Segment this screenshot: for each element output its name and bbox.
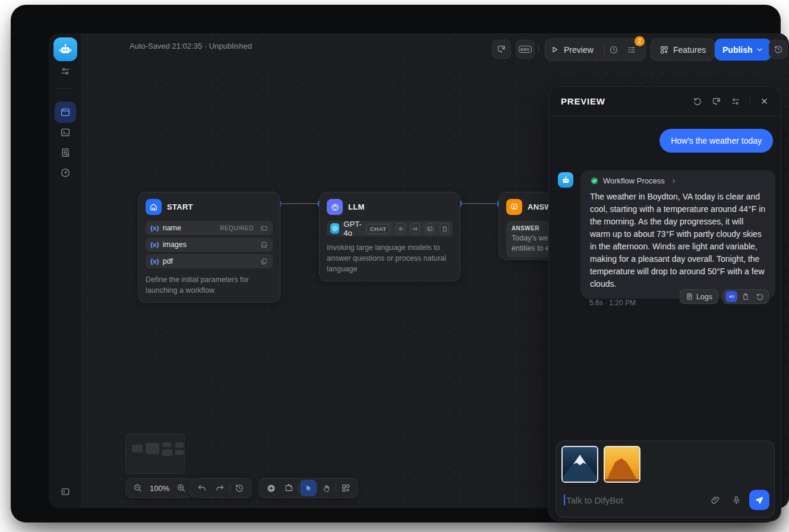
logs-icon — [686, 293, 693, 300]
start-field-name[interactable]: {x} name REQUIRED — [146, 221, 273, 235]
play-icon[interactable] — [550, 45, 559, 54]
preview-run-button[interactable]: Preview — [564, 45, 594, 55]
llm-model-row[interactable]: GPT-4o CHAT — [327, 221, 453, 236]
start-node-title: START — [167, 202, 193, 211]
message-actions: Logs — [680, 289, 769, 304]
preview-button-group: Preview 2 — [545, 39, 646, 61]
voice-input-button[interactable] — [731, 495, 741, 505]
run-history-button[interactable] — [605, 42, 623, 58]
pointer-tool-button[interactable] — [300, 480, 317, 496]
clipboard-icon — [741, 293, 750, 301]
organize-nodes-button[interactable] — [337, 480, 354, 496]
vision-capability-icon — [396, 223, 405, 234]
conversation-edit-icon[interactable] — [712, 97, 721, 106]
document-capability-icon — [440, 223, 449, 234]
nav-orchestrate-icon[interactable] — [60, 107, 71, 118]
checklist-button[interactable]: 2 — [623, 42, 640, 58]
logs-label: Logs — [696, 293, 712, 301]
autosave-status: Auto-Saved 21:02:35 · Unpublished — [130, 42, 252, 50]
restart-conversation-icon[interactable] — [693, 97, 702, 106]
publish-label: Publish — [722, 45, 753, 55]
workflow-settings-icon[interactable] — [61, 66, 71, 77]
speaker-icon — [728, 293, 736, 300]
features-button[interactable]: Features — [651, 39, 715, 61]
start-field-images[interactable]: {x} images — [146, 238, 273, 252]
chevron-down-icon — [756, 46, 763, 53]
start-node-icon — [146, 199, 162, 215]
publish-button[interactable]: Publish — [715, 39, 771, 61]
text-to-speech-button[interactable] — [725, 291, 737, 302]
chat-check-icon — [510, 202, 519, 211]
copy-button[interactable] — [740, 293, 752, 301]
history-toolbar — [190, 478, 252, 498]
send-icon — [755, 495, 764, 505]
uploaded-image-orange-mountain[interactable] — [604, 446, 640, 483]
annotation-button[interactable] — [492, 40, 511, 59]
control-toolbar — [258, 478, 358, 498]
bot-message-text: The weather in Boydton, VA today is clea… — [590, 191, 766, 290]
hand-tool-button[interactable] — [318, 480, 334, 496]
node-llm[interactable]: LLM GPT-4o CHAT — [319, 192, 460, 281]
chat-mode-badge: CHAT — [366, 224, 391, 234]
regenerate-button[interactable] — [754, 293, 766, 301]
required-label: REQUIRED — [220, 225, 254, 232]
node-start[interactable]: START {x} name REQUIRED {x} images — [138, 192, 280, 303]
version-history-button[interactable] — [769, 40, 788, 59]
ai-model-icon — [330, 202, 340, 212]
zoom-toolbar: 100% — [125, 478, 194, 498]
gpt4o-model-icon — [330, 223, 339, 234]
minimap[interactable] — [125, 433, 185, 474]
app-window: Auto-Saved 21:02:35 · Unpublished ENV Pr… — [11, 5, 781, 522]
workflow-process-toggle[interactable]: Workflow Process — [590, 176, 766, 185]
chat-input-box — [556, 441, 775, 518]
image-file-icon — [260, 241, 268, 249]
redo-button[interactable] — [212, 480, 228, 496]
uploaded-image-fuji[interactable] — [561, 446, 598, 483]
add-note-button[interactable] — [280, 480, 297, 496]
success-check-icon — [590, 176, 599, 185]
clock-run-icon — [609, 45, 618, 55]
nav-logs-icon[interactable] — [60, 147, 71, 158]
bot-message-card: Workflow Process The weather in Boydton,… — [580, 170, 775, 299]
start-node-description: Define the initial parameters for launch… — [146, 274, 273, 296]
toolbar-divider — [336, 483, 336, 493]
regenerate-icon — [756, 293, 764, 301]
start-field-pdf[interactable]: {x} pdf — [146, 254, 273, 268]
env-icon: ENV — [519, 46, 532, 53]
logs-button[interactable]: Logs — [680, 289, 718, 304]
nav-monitoring-icon[interactable] — [60, 167, 71, 178]
features-icon — [659, 45, 669, 55]
rail-divider — [56, 88, 75, 88]
preview-settings-icon[interactable] — [731, 97, 740, 106]
features-label: Features — [673, 45, 706, 55]
preview-title: PREVIEW — [561, 96, 683, 106]
llm-node-description: Invoking large language models to answer… — [327, 242, 453, 274]
message-tools — [722, 289, 769, 304]
collapse-sidebar-icon[interactable] — [60, 486, 71, 497]
text-input-icon — [260, 224, 268, 232]
preview-panel: PREVIEW How's the weather today — [548, 86, 781, 521]
zoom-in-button[interactable] — [173, 480, 190, 496]
zoom-out-button[interactable] — [130, 480, 146, 496]
zoom-level[interactable]: 100% — [147, 484, 172, 493]
attach-file-button[interactable] — [711, 495, 721, 505]
user-message-bubble: How's the weather today — [659, 129, 773, 153]
toolbar-divider — [298, 483, 299, 493]
model-name: GPT-4o — [343, 220, 361, 238]
chat-input-row — [557, 483, 774, 517]
checklist-icon — [627, 45, 636, 55]
chat-edit-icon — [497, 45, 506, 54]
nav-terminal-icon[interactable] — [60, 127, 71, 138]
add-node-button[interactable] — [263, 480, 279, 496]
llm-node-title: LLM — [348, 202, 365, 211]
audio-capability-icon — [411, 223, 420, 234]
app-logo[interactable] — [53, 37, 77, 61]
send-button[interactable] — [749, 490, 769, 510]
close-preview-icon[interactable] — [750, 97, 769, 106]
env-variables-button[interactable]: ENV — [516, 40, 535, 59]
chat-input[interactable] — [566, 495, 705, 505]
change-history-button[interactable] — [231, 480, 248, 496]
bot-avatar — [558, 172, 573, 188]
home-icon — [149, 202, 158, 211]
undo-button[interactable] — [194, 480, 210, 496]
